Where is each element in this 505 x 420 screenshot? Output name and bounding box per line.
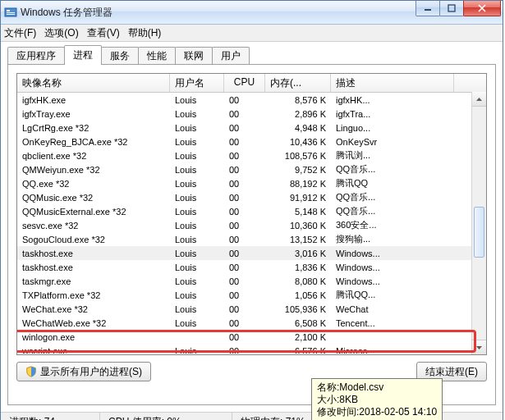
cell-desc: 腾讯浏... xyxy=(331,149,454,162)
table-row[interactable]: taskhost.exeLouis001,836 KWindows... xyxy=(17,260,486,274)
cell-user: Louis xyxy=(170,179,224,189)
tab-processes[interactable]: 进程 xyxy=(64,45,102,65)
menubar: 文件(F) 选项(O) 查看(V) 帮助(H) xyxy=(1,25,503,42)
cell-user: Louis xyxy=(170,207,224,217)
cell-img: wscript.exe xyxy=(17,346,170,354)
table-row[interactable]: igfxTray.exeLouis002,896 KigfxTra... xyxy=(17,107,486,121)
table-row[interactable]: sesvc.exe *32Louis0010,360 K360安全... xyxy=(17,218,486,232)
tab-services[interactable]: 服务 xyxy=(101,47,139,65)
table-row[interactable]: taskhost.exeLouis003,016 KWindows... xyxy=(17,246,486,260)
cell-cpu: 00 xyxy=(224,318,265,328)
cell-cpu: 00 xyxy=(224,123,265,133)
cell-img: WeChat.exe *32 xyxy=(17,304,170,314)
cell-cpu: 00 xyxy=(224,290,265,300)
col-desc[interactable]: 描述 xyxy=(331,74,454,92)
tab-users[interactable]: 用户 xyxy=(212,47,250,65)
cell-user: Louis xyxy=(170,235,224,244)
cell-cpu: 00 xyxy=(224,304,265,314)
col-image[interactable]: 映像名称 xyxy=(17,74,170,92)
cell-cpu: 00 xyxy=(224,109,265,119)
cell-img: QMWeiyun.exe *32 xyxy=(17,165,170,175)
col-cpu[interactable]: CPU xyxy=(224,74,265,92)
cell-mem: 6,576 K xyxy=(265,346,331,354)
scroll-up-button[interactable] xyxy=(472,92,486,107)
table-row[interactable]: winlogon.exe002,100 K xyxy=(17,330,486,344)
cell-img: igfxTray.exe xyxy=(17,109,170,119)
cell-cpu: 00 xyxy=(224,262,265,272)
cell-img: SogouCloud.exe *32 xyxy=(17,235,170,244)
table-row[interactable]: WeChat.exe *32Louis00105,936 KWeChat xyxy=(17,302,486,316)
cell-desc: Linguo... xyxy=(331,123,454,133)
col-user[interactable]: 用户名 xyxy=(170,74,224,92)
menu-help[interactable]: 帮助(H) xyxy=(128,26,162,40)
cell-mem: 88,192 K xyxy=(265,179,331,189)
cell-user: Louis xyxy=(170,290,224,300)
table-row[interactable]: QQ.exe *32Louis0088,192 K腾讯QQ xyxy=(17,176,486,190)
cell-mem: 9,752 K xyxy=(265,165,331,175)
app-icon xyxy=(4,6,17,19)
cell-user: Louis xyxy=(170,137,224,147)
svg-rect-4 xyxy=(425,9,431,11)
table-row[interactable]: wscript.exeLouis006,576 KMicroso... xyxy=(17,344,486,354)
table-row[interactable]: QQMusicExternal.exe *32Louis005,148 KQQ音… xyxy=(17,204,486,218)
scroll-down-button[interactable] xyxy=(472,340,486,354)
cell-desc: Tencent... xyxy=(331,318,454,328)
table-row[interactable]: QMWeiyun.exe *32Louis009,752 KQQ音乐... xyxy=(17,162,486,176)
cell-user: Louis xyxy=(170,95,224,105)
cell-desc: Windows... xyxy=(331,276,454,286)
cell-img: qbclient.exe *32 xyxy=(17,151,170,161)
table-row[interactable]: qbclient.exe *32Louis00108,576 K腾讯浏... xyxy=(17,148,486,162)
minimize-button[interactable] xyxy=(415,1,440,16)
cell-img: taskmgr.exe xyxy=(17,276,170,286)
cell-user: Louis xyxy=(170,123,224,133)
table-row[interactable]: SogouCloud.exe *32Louis0013,152 K搜狗输... xyxy=(17,232,486,246)
cell-cpu: 00 xyxy=(224,95,265,105)
cell-mem: 1,836 K xyxy=(265,262,331,272)
cell-desc: WeChat xyxy=(331,304,454,314)
titlebar[interactable]: Windows 任务管理器 xyxy=(1,1,503,25)
show-all-users-label: 显示所有用户的进程(S) xyxy=(40,365,142,379)
cell-user: Louis xyxy=(170,221,224,231)
maximize-button[interactable] xyxy=(439,1,464,16)
table-row[interactable]: igfxHK.exeLouis008,576 KigfxHK... xyxy=(17,93,486,107)
menu-view[interactable]: 查看(V) xyxy=(87,26,120,40)
col-mem[interactable]: 内存(... xyxy=(265,74,331,92)
cell-desc: QQ音乐... xyxy=(331,163,454,176)
cell-desc: igfxHK... xyxy=(331,95,454,105)
cell-desc: Windows... xyxy=(331,249,454,258)
cell-img: igfxHK.exe xyxy=(17,95,170,105)
task-manager-window: Windows 任务管理器 文件(F) 选项(O) 查看(V) 帮助(H) 应用… xyxy=(0,0,503,420)
svg-rect-1 xyxy=(7,10,10,11)
cell-user: Louis xyxy=(170,165,224,175)
cell-mem: 8,080 K xyxy=(265,276,331,286)
cell-user: Louis xyxy=(170,249,224,258)
show-all-users-button[interactable]: 显示所有用户的进程(S) xyxy=(16,362,151,381)
cell-desc: OnKeySvr xyxy=(331,137,454,147)
tab-applications[interactable]: 应用程序 xyxy=(7,47,65,65)
cell-mem: 4,948 K xyxy=(265,123,331,133)
vertical-scrollbar[interactable] xyxy=(471,92,486,354)
tab-performance[interactable]: 性能 xyxy=(138,47,176,65)
table-row[interactable]: taskmgr.exeLouis008,080 KWindows... xyxy=(17,274,486,288)
cell-img: LgCrtRg.exe *32 xyxy=(17,123,170,133)
cell-mem: 3,016 K xyxy=(265,249,331,258)
cell-mem: 2,896 K xyxy=(265,109,331,119)
menu-file[interactable]: 文件(F) xyxy=(4,26,36,40)
tab-networking[interactable]: 联网 xyxy=(175,47,213,65)
cell-user: Louis xyxy=(170,276,224,286)
cell-mem: 108,576 K xyxy=(265,151,331,161)
status-cpu: CPU 使用率: 0% xyxy=(100,413,232,420)
tooltip: 名称:Model.csv 大小:8KB 修改时间:2018-02-05 14:1… xyxy=(311,378,443,420)
table-row[interactable]: TXPlatform.exe *32Louis001,056 K腾讯QQ... xyxy=(17,288,486,302)
table-row[interactable]: LgCrtRg.exe *32Louis004,948 KLinguo... xyxy=(17,121,486,135)
close-button[interactable] xyxy=(463,1,501,16)
cell-cpu: 00 xyxy=(224,179,265,189)
table-row[interactable]: WeChatWeb.exe *32Louis006,508 KTencent..… xyxy=(17,316,486,330)
cell-cpu: 00 xyxy=(224,235,265,244)
scroll-thumb[interactable] xyxy=(474,207,484,258)
cell-mem: 1,056 K xyxy=(265,290,331,300)
table-row[interactable]: OnKeyReg_BJCA.exe *32Louis0010,436 KOnKe… xyxy=(17,135,486,148)
menu-options[interactable]: 选项(O) xyxy=(44,26,78,40)
table-row[interactable]: QQMusic.exe *32Louis0091,912 KQQ音乐... xyxy=(17,190,486,204)
cell-mem: 91,912 K xyxy=(265,193,331,203)
